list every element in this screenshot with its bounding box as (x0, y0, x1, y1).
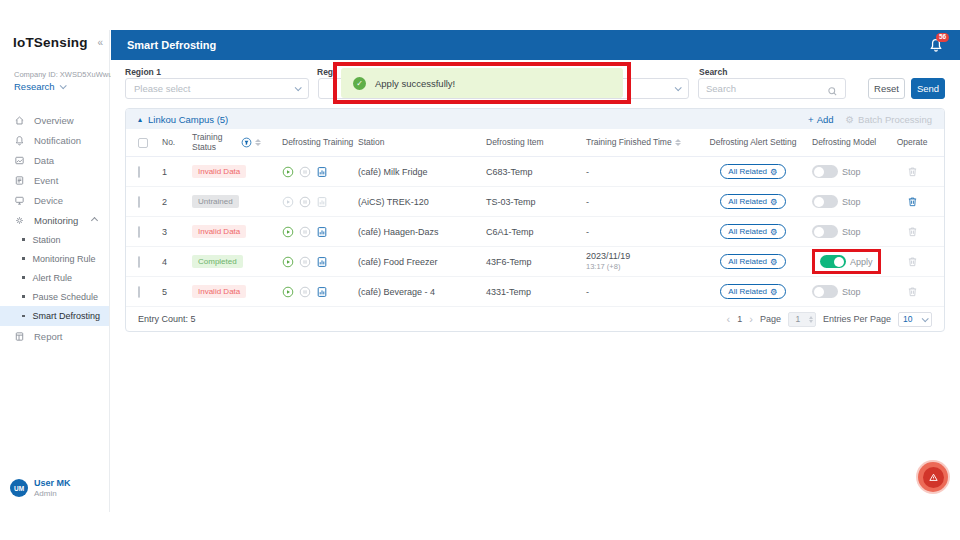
status-badge: Untrained (192, 195, 239, 208)
page-number-button[interactable]: 1 (737, 314, 742, 324)
table-group-header: ▴ Linkou Campus (5) + Add ⚙ Batch Proces… (126, 109, 944, 129)
row-checkbox[interactable] (138, 226, 140, 238)
delete-icon[interactable] (907, 226, 918, 238)
select-all-checkbox[interactable] (138, 138, 148, 148)
delete-icon[interactable] (907, 166, 918, 178)
training-report-icon[interactable] (316, 286, 328, 298)
all-related-button[interactable]: All Related⚙ (720, 254, 785, 269)
user-name: User MK (34, 478, 71, 489)
status-badge: Invalid Data (192, 165, 246, 178)
sidebar-item-device[interactable]: Device (0, 190, 109, 210)
prev-page-button[interactable]: ‹ (727, 313, 731, 325)
send-button[interactable]: Send (911, 78, 945, 99)
defrosting-model-toggle[interactable] (820, 255, 846, 268)
defrosting-table-card: ▴ Linkou Campus (5) + Add ⚙ Batch Proces… (125, 108, 945, 332)
notification-count-badge: 56 (936, 33, 949, 42)
sidebar-item-label: Notification (34, 135, 81, 146)
search-input[interactable] (706, 83, 821, 94)
start-training-icon[interactable] (282, 166, 294, 178)
row-finished-date: 2023/11/19 (586, 251, 694, 263)
sidebar-item-data[interactable]: Data (0, 150, 109, 170)
group-toggle[interactable]: ▴ Linkou Campus (5) (138, 114, 228, 125)
sidebar-item-event[interactable]: Event (0, 170, 109, 190)
event-icon (14, 175, 25, 186)
sidebar-item-monitoring[interactable]: Monitoring (0, 210, 109, 230)
training-report-icon[interactable] (316, 226, 328, 238)
training-report-icon[interactable] (316, 166, 328, 178)
user-role: Admin (34, 489, 71, 499)
start-training-icon[interactable] (282, 196, 294, 208)
all-related-button[interactable]: All Related⚙ (720, 224, 785, 239)
model-state-label: Stop (842, 197, 861, 207)
defrosting-model-toggle[interactable] (812, 285, 838, 298)
all-related-button[interactable]: All Related⚙ (720, 164, 785, 179)
sidebar-item-station[interactable]: Station (0, 230, 109, 249)
sort-icon[interactable] (675, 139, 681, 146)
notifications-button[interactable]: 56 (928, 37, 944, 53)
bell-icon (14, 135, 25, 146)
delete-icon[interactable] (907, 256, 918, 268)
defrosting-model-toggle[interactable] (812, 195, 838, 208)
table-row: 5 Invalid Data (café) Beverage - 4 4331-… (126, 277, 944, 307)
sidebar-item-alert-rule[interactable]: Alert Rule (0, 268, 109, 287)
row-checkbox[interactable] (138, 286, 140, 298)
pause-training-icon[interactable] (299, 166, 311, 178)
col-station: Station (358, 138, 486, 148)
sidebar-item-label: Data (34, 155, 54, 166)
pause-training-icon[interactable] (299, 286, 311, 298)
region1-value: Please select (134, 83, 191, 94)
sidebar-item-pause-schedule[interactable]: Pause Schedule (0, 287, 109, 306)
sidebar-item-notification[interactable]: Notification (0, 130, 109, 150)
start-training-icon[interactable] (282, 226, 294, 238)
alert-fab-button[interactable] (918, 462, 948, 492)
batch-processing-button[interactable]: ⚙ Batch Processing (846, 114, 932, 125)
defrosting-model-toggle[interactable] (812, 165, 838, 178)
model-state-label: Apply (850, 257, 873, 267)
row-checkbox[interactable] (138, 196, 140, 208)
sidebar-nav: Overview Notification Data Event Device … (0, 110, 109, 346)
reset-button[interactable]: Reset (868, 78, 905, 99)
defrosting-model-toggle[interactable] (812, 225, 838, 238)
pause-training-icon[interactable] (299, 196, 311, 208)
sidebar-collapse-icon[interactable]: « (97, 37, 103, 48)
status-badge: Invalid Data (192, 285, 246, 298)
start-training-icon[interactable] (282, 286, 294, 298)
sidebar-item-report[interactable]: Report (0, 326, 109, 346)
model-state-label: Stop (842, 227, 861, 237)
sidebar-item-overview[interactable]: Overview (0, 110, 109, 130)
add-button[interactable]: + Add (808, 114, 833, 125)
sidebar-item-monitoring-rule[interactable]: Monitoring Rule (0, 249, 109, 268)
col-defrosting-item: Defrosting Item (486, 138, 586, 148)
sidebar-item-smart-defrosting[interactable]: Smart Defrosting (0, 306, 109, 326)
main-area: Smart Defrosting 56 Region 1 Please sele… (111, 30, 960, 512)
home-icon (14, 115, 25, 126)
entries-per-page-select[interactable]: 10 (898, 312, 932, 327)
training-report-icon[interactable] (316, 256, 328, 268)
pause-training-icon[interactable] (299, 226, 311, 238)
table-header-row: No. Training Status Defrosting Training … (126, 129, 944, 157)
start-training-icon[interactable] (282, 256, 294, 268)
col-training-status: Training Status (192, 133, 238, 153)
avatar: UM (10, 479, 28, 497)
annotation-rectangle-apply: Apply (812, 249, 881, 274)
org-selector[interactable]: Research (14, 81, 65, 92)
training-report-icon[interactable] (316, 196, 328, 208)
pause-training-icon[interactable] (299, 256, 311, 268)
page-input-field (788, 312, 816, 327)
next-page-button[interactable]: › (749, 313, 753, 325)
filter-funnel-icon[interactable] (241, 137, 252, 148)
delete-icon[interactable] (907, 286, 918, 298)
all-related-button[interactable]: All Related⚙ (720, 284, 785, 299)
region1-select[interactable]: Please select (125, 78, 309, 99)
col-no: No. (162, 138, 192, 148)
user-profile[interactable]: UM User MK Admin (10, 478, 71, 498)
row-checkbox[interactable] (138, 166, 140, 178)
page-input[interactable] (789, 312, 807, 327)
all-related-button[interactable]: All Related⚙ (720, 194, 785, 209)
sidebar-item-label: Device (34, 195, 63, 206)
region1-label: Region 1 (125, 67, 161, 77)
sort-icon[interactable] (255, 139, 261, 146)
page-stepper-icon[interactable] (809, 316, 813, 323)
delete-icon[interactable] (907, 196, 918, 208)
row-checkbox[interactable] (138, 256, 140, 268)
